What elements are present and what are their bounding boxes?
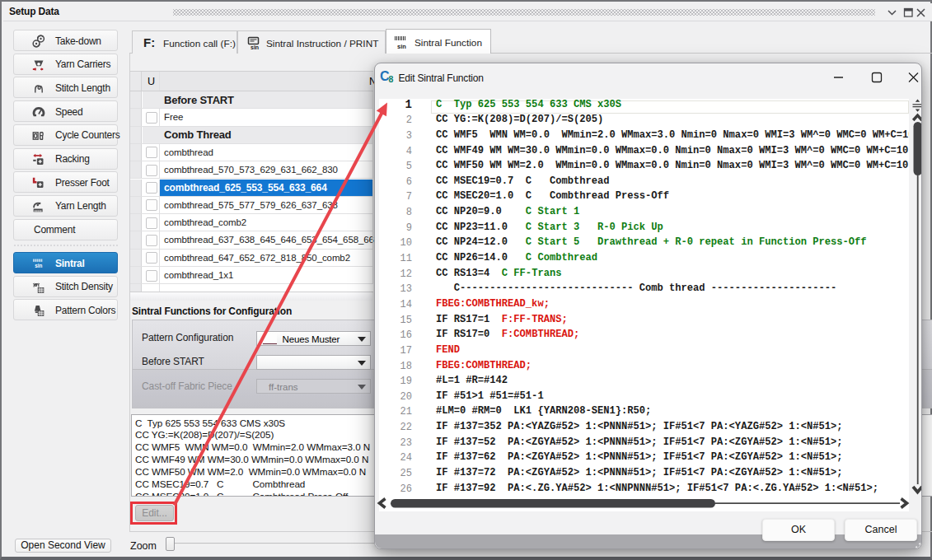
svg-text:sin: sin — [251, 44, 259, 50]
svg-text:sin: sin — [397, 43, 406, 50]
svg-text:sin: sin — [35, 263, 42, 268]
